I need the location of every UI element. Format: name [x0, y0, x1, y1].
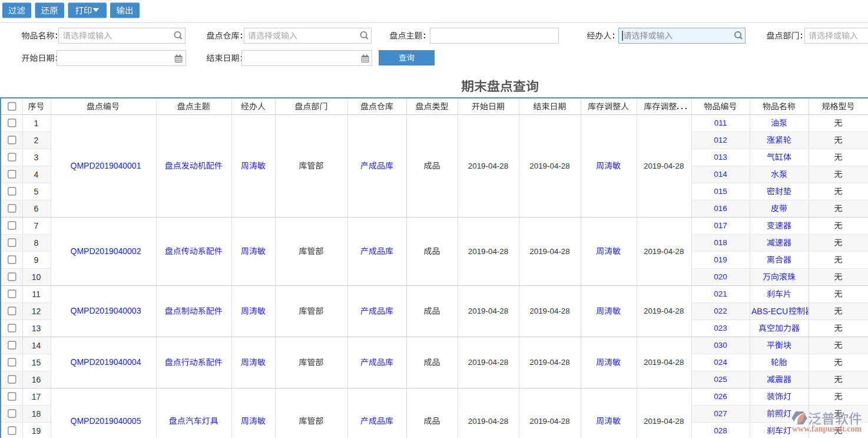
svg-text:17: 17 [32, 392, 41, 401]
svg-text:017: 017 [714, 221, 727, 230]
svg-text:2019-04-28: 2019-04-28 [468, 307, 509, 315]
svg-text:025: 025 [714, 375, 727, 384]
svg-text:026: 026 [714, 392, 727, 401]
svg-text:028: 028 [714, 426, 727, 435]
svg-text:4: 4 [34, 170, 39, 179]
svg-text:019: 019 [714, 255, 727, 264]
svg-text:8: 8 [34, 238, 39, 248]
svg-text:9: 9 [34, 255, 39, 265]
svg-text:2: 2 [34, 136, 39, 145]
svg-text:3: 3 [34, 153, 39, 162]
svg-text:5: 5 [34, 187, 39, 196]
svg-text:2019-04-28: 2019-04-28 [644, 307, 684, 315]
svg-text:14: 14 [32, 341, 41, 350]
svg-text:027: 027 [714, 409, 727, 418]
svg-text:012: 012 [714, 136, 727, 144]
svg-text:2019-04-28: 2019-04-28 [644, 358, 684, 367]
svg-text:015: 015 [714, 187, 727, 196]
svg-text:021: 021 [714, 289, 727, 298]
svg-text:023: 023 [714, 324, 727, 332]
svg-text:6: 6 [34, 204, 39, 213]
svg-text:QMPD2019040003: QMPD2019040003 [71, 306, 141, 315]
svg-text:030: 030 [714, 341, 727, 350]
svg-text:016: 016 [714, 204, 727, 213]
svg-text:18: 18 [32, 409, 41, 419]
svg-text:7: 7 [34, 221, 39, 230]
svg-text:2019-04-28: 2019-04-28 [468, 162, 509, 170]
svg-text:ABS-ECU: ABS-ECU [751, 307, 788, 316]
svg-text:www.fanpusoft.com: www.fanpusoft.com [792, 424, 862, 433]
svg-text:2019-04-28: 2019-04-28 [644, 417, 684, 426]
svg-text:2019-04-28: 2019-04-28 [529, 417, 570, 426]
svg-text:014: 014 [714, 170, 727, 179]
svg-text:2019-04-28: 2019-04-28 [644, 247, 684, 256]
svg-text:018: 018 [714, 238, 727, 247]
svg-text:2019-04-28: 2019-04-28 [529, 162, 570, 170]
svg-text:2019-04-28: 2019-04-28 [529, 247, 570, 256]
svg-text:QMPD2019040005: QMPD2019040005 [71, 416, 141, 426]
svg-text:12: 12 [32, 307, 41, 316]
svg-text:2019-04-28: 2019-04-28 [468, 247, 509, 256]
svg-text:QMPD2019040002: QMPD2019040002 [71, 246, 141, 256]
svg-text:024: 024 [714, 358, 727, 367]
svg-text:020: 020 [714, 272, 727, 281]
svg-text:2019-04-28: 2019-04-28 [468, 417, 509, 426]
svg-text:013: 013 [714, 153, 727, 162]
svg-text:2019-04-28: 2019-04-28 [644, 162, 684, 170]
svg-text:16: 16 [32, 375, 41, 384]
svg-text:11: 11 [32, 289, 41, 299]
svg-text:1: 1 [34, 118, 39, 128]
svg-text:10: 10 [32, 272, 41, 282]
svg-text:13: 13 [32, 324, 41, 333]
svg-text:2019-04-28: 2019-04-28 [529, 307, 570, 315]
svg-text:2019-04-28: 2019-04-28 [529, 358, 570, 367]
svg-text:15: 15 [32, 358, 41, 367]
svg-text:011: 011 [714, 118, 727, 127]
svg-text:QMPD2019040004: QMPD2019040004 [71, 357, 141, 367]
svg-text:QMPD2019040001: QMPD2019040001 [71, 161, 141, 170]
svg-text:022: 022 [714, 307, 727, 315]
svg-text:2019-04-28: 2019-04-28 [468, 358, 509, 367]
svg-text:19: 19 [32, 426, 41, 436]
